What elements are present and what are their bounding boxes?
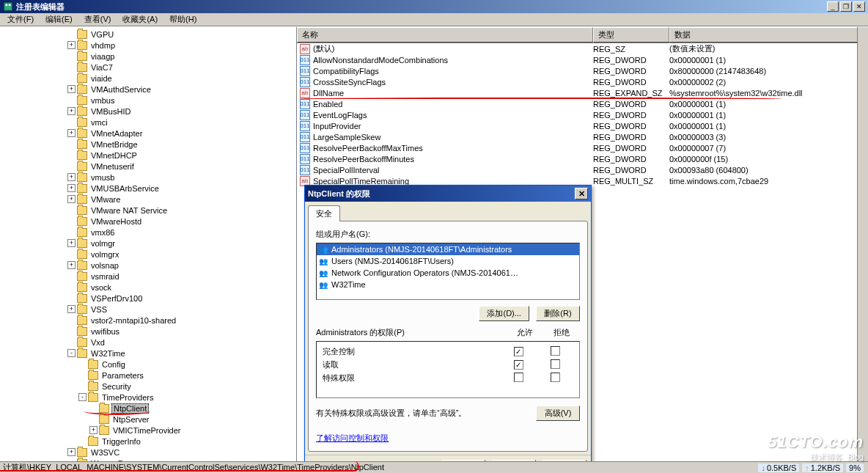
menu-edit[interactable]: 编辑(E) [40,12,78,26]
tree-item[interactable]: +vhdmp [1,40,296,51]
tree-label: W3SVC [89,448,121,457]
expand-toggle[interactable]: + [67,305,76,313]
expand-toggle[interactable]: + [67,129,76,137]
list-row[interactable]: 011ResolvePeerBackoffMaxTimesREG_DWORD0x… [297,142,868,153]
tree-item[interactable]: volmgrx [1,249,296,260]
tree-item[interactable]: Vxd [1,337,296,348]
deny-checkbox[interactable] [551,373,560,382]
user-row[interactable]: 👥W32Time [317,279,579,290]
expand-toggle[interactable]: + [67,85,76,93]
list-row[interactable]: 011AllowNonstandardModeCombinationsREG_D… [297,54,868,65]
tree-item[interactable]: Parameters [1,370,296,381]
tree-item[interactable]: VMnetBridge [1,139,296,150]
expand-toggle [67,250,76,258]
vertical-scrollbar[interactable] [857,27,868,461]
menu-view[interactable]: 查看(V) [78,12,117,26]
list-row[interactable]: 011CompatibilityFlagsREG_DWORD0x80000000… [297,65,868,76]
menu-favorites[interactable]: 收藏夹(A) [117,12,163,26]
tree-item[interactable]: -TimeProviders [1,392,296,403]
tree-item[interactable]: NtpClient [1,403,296,414]
list-row[interactable]: 011EventLogFlagsREG_DWORD0x00000001 (1) [297,109,868,120]
tree-item[interactable]: +VMUSBArbService [1,183,296,194]
tree-item[interactable]: vmx86 [1,227,296,238]
user-row[interactable]: 👥Administrators (NMJS-20140618FT\Adminis… [317,243,579,255]
list-row[interactable]: 011InputProviderREG_DWORD0x00000001 (1) [297,120,868,131]
tree-item[interactable]: +W3SVC [1,447,296,458]
tree-item[interactable]: vwifibus [1,326,296,337]
tree-item[interactable]: vsmraid [1,271,296,282]
tree-item[interactable]: NtpServer [1,414,296,425]
list-row[interactable]: abDllNameREG_EXPAND_SZ%systemroot%\syste… [297,87,868,98]
tree-item[interactable]: vsock [1,282,296,293]
expand-toggle[interactable]: - [78,393,87,401]
remove-button[interactable]: 删除(R) [536,306,580,321]
user-list[interactable]: 👥Administrators (NMJS-20140618FT\Adminis… [316,243,580,300]
expand-toggle[interactable]: + [67,41,76,49]
expand-toggle[interactable]: - [67,349,76,357]
tree-item[interactable]: ViaC7 [1,62,296,73]
tree-item[interactable]: +VSS [1,304,296,315]
deny-checkbox[interactable] [551,346,560,356]
col-header-type[interactable]: 类型 [593,27,669,43]
tree-item[interactable]: Config [1,359,296,370]
tree-item[interactable]: Security [1,381,296,392]
learn-link[interactable]: 了解访问控制和权限 [316,433,389,444]
expand-toggle[interactable]: + [67,261,76,269]
allow-checkbox[interactable] [514,373,523,382]
dialog-close-button[interactable]: ✕ [575,188,588,199]
tree-item[interactable]: vmci [1,117,296,128]
expand-toggle[interactable]: + [67,195,76,203]
expand-toggle[interactable]: + [67,107,76,115]
menu-file[interactable]: 文件(F) [1,12,40,26]
list-row[interactable]: 011CrossSiteSyncFlagsREG_DWORD0x00000002… [297,76,868,87]
tree-item[interactable]: +VMICTimeProvider [1,425,296,436]
tree-item[interactable]: +VMware [1,194,296,205]
minimize-button[interactable]: _ [827,1,839,12]
value-data: 0x00000001 (1) [669,100,868,109]
user-row[interactable]: 👥Users (NMJS-20140618FT\Users) [317,255,579,267]
tree-item[interactable]: +vmusb [1,172,296,183]
tree-item[interactable]: VMnetDHCP [1,150,296,161]
tree-item[interactable]: vmbus [1,95,296,106]
tree-item[interactable]: +VMAuthdService [1,84,296,95]
tree-pane[interactable]: VGPU+vhdmpviaagpViaC7viaide+VMAuthdServi… [0,27,297,461]
expand-toggle[interactable]: + [67,173,76,181]
maximize-button[interactable]: ❐ [840,1,852,12]
tree-item[interactable]: VGPU [1,29,296,40]
tree-item[interactable]: viaagp [1,51,296,62]
col-header-data[interactable]: 数据 [669,27,868,43]
deny-checkbox[interactable] [551,359,560,369]
user-row[interactable]: 👥Network Configuration Operators (NMJS-2… [317,267,579,279]
tab-security[interactable]: 安全 [308,205,340,221]
tree-item[interactable]: +VMBusHID [1,106,296,117]
advanced-button[interactable]: 高级(V) [536,406,580,421]
tree-item[interactable]: VMnetuserif [1,161,296,172]
tree-item[interactable]: +VMnetAdapter [1,128,296,139]
tree-item[interactable]: vstor2-mntapi10-shared [1,315,296,326]
expand-toggle[interactable]: + [89,426,98,434]
tree-item[interactable]: -W32Time [1,348,296,359]
allow-checkbox[interactable]: ✓ [514,360,523,370]
tree-item[interactable]: viaide [1,73,296,84]
list-row[interactable]: 011LargeSampleSkewREG_DWORD0x00000003 (3… [297,131,868,142]
list-row[interactable]: ab(默认)REG_SZ(数值未设置) [297,43,868,54]
value-name: EventLogFlags [313,111,367,120]
menu-help[interactable]: 帮助(H) [163,12,202,26]
tree-item[interactable]: +volmgr [1,238,296,249]
col-header-name[interactable]: 名称 [297,27,593,43]
tree-item[interactable]: VSPerfDrv100 [1,293,296,304]
list-row[interactable]: 011SpecialPollIntervalREG_DWORD0x00093a8… [297,164,868,175]
expand-toggle[interactable]: + [67,184,76,192]
list-row[interactable]: 011ResolvePeerBackoffMinutesREG_DWORD0x0… [297,153,868,164]
list-row[interactable]: 011EnabledREG_DWORD0x00000001 (1) [297,98,868,109]
tree-item[interactable]: VMware NAT Service [1,205,296,216]
tree-item[interactable]: +volsnap [1,260,296,271]
dialog-titlebar[interactable]: NtpClient 的权限 ✕ [305,186,591,202]
tree-item[interactable]: VMwareHostd [1,216,296,227]
expand-toggle[interactable]: + [67,239,76,247]
add-button[interactable]: 添加(D)... [479,306,529,321]
allow-checkbox[interactable]: ✓ [514,347,523,356]
tree-item[interactable]: TriggerInfo [1,436,296,447]
expand-toggle[interactable]: + [67,448,76,456]
close-button[interactable]: ✕ [853,1,865,12]
